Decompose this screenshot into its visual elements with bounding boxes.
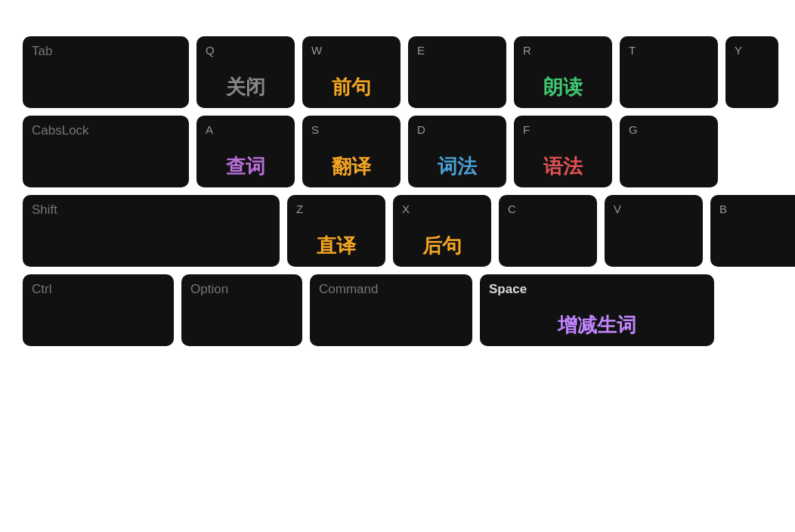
key-label-r: 朗读 — [543, 74, 583, 101]
key-w[interactable]: W前句 — [302, 36, 401, 108]
key-ctrl[interactable]: Ctrl — [23, 274, 174, 346]
key-label-w: 前句 — [332, 74, 371, 101]
key-letter-t: T — [629, 44, 636, 57]
key-d[interactable]: D词法 — [408, 116, 506, 187]
key-v[interactable]: V — [605, 195, 703, 267]
key-letter-w: W — [311, 44, 322, 57]
key-label-d: 词法 — [438, 153, 477, 180]
key-f[interactable]: F语法 — [514, 116, 612, 187]
key-row-row1: TabQ关闭W前句ER朗读TY — [23, 36, 772, 108]
key-command[interactable]: Command — [310, 274, 472, 346]
key-c[interactable]: C — [499, 195, 597, 267]
key-letter-r: R — [523, 44, 531, 57]
key-a[interactable]: A查词 — [196, 116, 295, 187]
key-label-space: 增减生词 — [558, 312, 636, 339]
key-letter-v: V — [614, 203, 621, 215]
key-e[interactable]: E — [408, 36, 506, 108]
key-letter-q: Q — [206, 44, 215, 57]
key-letter-y: Y — [735, 44, 742, 57]
key-letter-c: C — [508, 203, 516, 215]
key-label-f: 语法 — [543, 153, 583, 180]
key-x[interactable]: X后句 — [393, 195, 491, 267]
key-z[interactable]: Z直译 — [287, 195, 385, 267]
key-tab[interactable]: Tab — [23, 36, 189, 108]
key-letter-s: S — [311, 123, 319, 136]
key-letter-d: D — [417, 123, 425, 136]
keyboard: TabQ关闭W前句ER朗读TYCabsLockA查词S翻译D词法F语法GShif… — [15, 36, 780, 346]
key-t[interactable]: T — [620, 36, 718, 108]
key-letter-z: Z — [296, 203, 303, 215]
key-q[interactable]: Q关闭 — [196, 36, 295, 108]
key-label-s: 翻译 — [332, 153, 371, 180]
key-label-z: 直译 — [317, 233, 356, 259]
key-label-q: 关闭 — [226, 74, 265, 101]
key-r[interactable]: R朗读 — [514, 36, 612, 108]
key-g[interactable]: G — [620, 116, 718, 187]
key-label-x: 后句 — [422, 233, 462, 259]
key-letter-a: A — [206, 123, 213, 136]
key-letter-e: E — [417, 44, 425, 57]
key-label-a: 查词 — [226, 153, 265, 180]
key-shift[interactable]: Shift — [23, 195, 280, 267]
key-letter-command: Command — [319, 282, 463, 297]
key-letter-g: G — [629, 123, 638, 136]
key-letter-ctrl: Ctrl — [32, 282, 165, 297]
key-capslock[interactable]: CabsLock — [23, 116, 189, 187]
key-y[interactable]: Y — [725, 36, 778, 108]
key-s[interactable]: S翻译 — [302, 116, 401, 187]
key-row-row3: ShiftZ直译X后句CVB — [23, 195, 772, 267]
key-row-row2: CabsLockA查词S翻译D词法F语法G — [23, 116, 772, 187]
key-letter-tab: Tab — [32, 44, 180, 59]
key-letter-x: X — [402, 203, 410, 215]
key-letter-option: Option — [190, 282, 293, 297]
key-space[interactable]: Space增减生词 — [480, 274, 714, 346]
key-option[interactable]: Option — [181, 274, 302, 346]
key-letter-f: F — [523, 123, 530, 136]
keyboard-container: TabQ关闭W前句ER朗读TYCabsLockA查词S翻译D词法F语法GShif… — [0, 0, 795, 532]
key-letter-b: B — [719, 203, 727, 215]
key-letter-shift: Shift — [32, 203, 271, 218]
key-letter-space: Space — [489, 282, 527, 297]
key-letter-capslock: CabsLock — [32, 123, 180, 138]
key-row-row4: CtrlOptionCommandSpace增减生词 — [23, 274, 772, 346]
key-b[interactable]: B — [710, 195, 795, 267]
